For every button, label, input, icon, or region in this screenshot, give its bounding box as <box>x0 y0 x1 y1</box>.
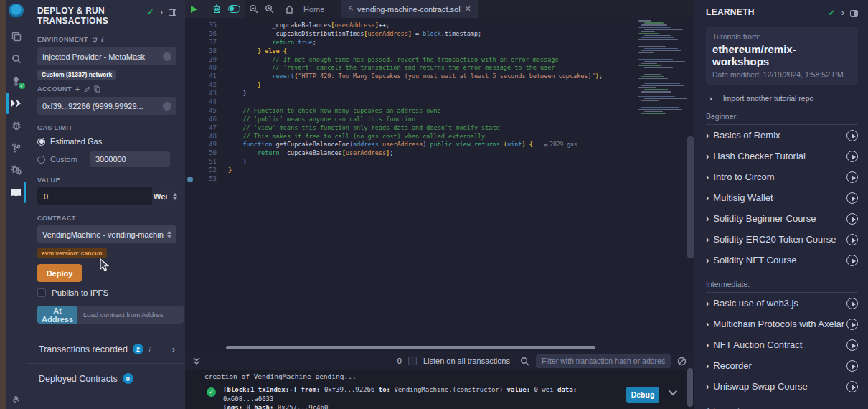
gutter-breakpoint-slot[interactable] <box>185 22 194 30</box>
gutter-breakpoint-slot[interactable] <box>185 149 194 158</box>
play-tutorial-button[interactable] <box>846 171 858 183</box>
tutorial-item[interactable]: ›Uniswap Swap Course <box>706 376 858 397</box>
editor-tab[interactable]: S vending-machine-contract.sol ✕ <box>341 0 478 18</box>
terminal-search-icon[interactable] <box>520 357 529 366</box>
sidebar-item-plugin-connector[interactable] <box>6 392 26 403</box>
terminal-scrollbar[interactable] <box>687 368 693 407</box>
gutter-breakpoint-slot[interactable] <box>185 116 194 124</box>
deploy-button[interactable]: Deploy <box>37 264 82 282</box>
transactions-expand-icon[interactable]: › <box>172 344 175 354</box>
gutter-breakpoint-slot[interactable] <box>185 56 194 65</box>
value-unit-select[interactable]: Wei <box>154 187 177 205</box>
gutter-breakpoint-slot[interactable] <box>185 133 194 141</box>
tutorial-item[interactable]: ›Solidity ERC20 Token Course <box>706 229 858 250</box>
sidebar-item-deploy-and-run[interactable] <box>6 98 26 109</box>
home-icon[interactable] <box>285 5 294 14</box>
edit-icon[interactable] <box>84 86 90 93</box>
play-tutorial-button[interactable] <box>846 319 858 330</box>
home-tab-label[interactable]: Home <box>303 5 324 14</box>
code-editor[interactable]: 35 _cupcakeBalances[userAddress]++;36 _c… <box>185 18 694 352</box>
sidebar-item-file-explorer[interactable] <box>6 31 26 42</box>
copy-icon[interactable] <box>94 85 100 93</box>
breakpoint-dot[interactable] <box>187 177 193 182</box>
run-script-icon[interactable] <box>189 5 198 14</box>
tutorial-item[interactable]: ›Intro to Circom <box>706 166 858 187</box>
panel-pin-icon[interactable] <box>169 9 176 16</box>
gutter-breakpoint-slot[interactable] <box>185 39 194 47</box>
unit-spinner-icon[interactable] <box>173 193 177 200</box>
clear-console-icon[interactable] <box>677 357 687 366</box>
play-tutorial-button[interactable] <box>846 192 858 204</box>
editor-horizontal-scrollbar[interactable] <box>226 346 595 349</box>
plug-mini-icon[interactable] <box>92 37 98 43</box>
estimated-gas-option[interactable]: Estimated Gas <box>37 137 176 146</box>
tutorial-item[interactable]: ›Basics of Remix <box>706 125 858 146</box>
sidebar-item-search[interactable] <box>6 53 26 65</box>
environment-settings-icon[interactable] <box>163 52 171 61</box>
gutter-breakpoint-slot[interactable] <box>185 107 194 116</box>
gutter-breakpoint-slot[interactable] <box>185 141 194 149</box>
remix-logo-icon[interactable] <box>7 2 25 20</box>
sidebar-item-solidity-compiler[interactable]: ✓ <box>6 75 26 87</box>
gutter-breakpoint-slot[interactable] <box>185 72 194 81</box>
custom-gas-input[interactable] <box>90 151 170 167</box>
tutorial-item[interactable]: ›Multisig Wallet <box>706 187 858 208</box>
gutter-breakpoint-slot[interactable] <box>185 47 194 56</box>
account-select[interactable]: 0xf39...92266 (9999.99929... <box>37 97 176 115</box>
custom-gas-radio[interactable] <box>37 156 45 164</box>
transactions-recorded-row[interactable]: Transactions recorded 2 i › <box>37 334 176 354</box>
contract-select[interactable]: VendingMachine - vending-machin <box>37 225 176 243</box>
copilot-toggle[interactable] <box>228 5 240 13</box>
listen-all-checkbox[interactable] <box>408 357 417 365</box>
estimated-gas-radio[interactable] <box>37 138 45 146</box>
sidebar-item-debugger[interactable] <box>6 120 26 131</box>
environment-select[interactable]: Injected Provider - MetaMask <box>37 47 176 65</box>
zoom-out-icon[interactable] <box>249 4 258 14</box>
tutorial-item[interactable]: ›Basic use of web3.js <box>706 293 858 314</box>
learneth-pin-icon[interactable] <box>850 10 858 17</box>
gutter-breakpoint-slot[interactable] <box>185 90 194 98</box>
debug-button[interactable]: Debug <box>626 387 659 403</box>
deployed-contracts-row[interactable]: Deployed Contracts 0 <box>37 364 176 384</box>
publish-ipfs-option[interactable]: Publish to IPFS <box>37 288 176 297</box>
add-account-icon[interactable]: + <box>75 85 80 93</box>
panel-collapse-icon[interactable]: › <box>160 9 163 16</box>
gutter-breakpoint-slot[interactable] <box>185 64 194 72</box>
transaction-log-row[interactable]: ✓ [block:1 txIndex:-] from: 0xf39...9226… <box>204 385 694 409</box>
custom-gas-option[interactable]: Custom <box>37 151 176 167</box>
tutorial-item[interactable]: ›NFT Auction Contract <box>706 334 858 355</box>
gutter-breakpoint-slot[interactable] <box>185 175 194 184</box>
editor-vertical-scrollbar[interactable] <box>687 136 694 258</box>
transactions-info-icon[interactable]: i <box>148 345 151 354</box>
at-address-button[interactable]: At Address <box>37 306 77 324</box>
play-tutorial-button[interactable] <box>846 339 858 351</box>
tutorial-item[interactable]: ›Solidity Beginner Course <box>706 208 858 229</box>
gutter-breakpoint-slot[interactable] <box>185 166 194 175</box>
learneth-collapse-icon[interactable]: › <box>841 9 844 17</box>
sidebar-item-learneth-plugin[interactable] <box>6 187 26 198</box>
tutorial-item[interactable]: ›Solidity NFT Course <box>706 250 858 271</box>
expand-tx-icon[interactable] <box>668 390 678 396</box>
transaction-filter-input[interactable] <box>536 354 671 368</box>
environment-info-icon[interactable]: i <box>101 35 103 44</box>
tutorial-item[interactable]: ›Hash Checker Tutorial <box>706 146 858 166</box>
publish-ipfs-checkbox[interactable] <box>37 288 46 297</box>
play-tutorial-button[interactable] <box>846 381 858 392</box>
gutter-breakpoint-slot[interactable] <box>185 158 194 166</box>
gutter-breakpoint-slot[interactable] <box>185 98 194 107</box>
sidebar-item-git[interactable] <box>6 142 26 154</box>
editor-minimap[interactable] <box>638 20 686 116</box>
play-tutorial-button[interactable] <box>846 255 858 266</box>
sidebar-item-settings[interactable] <box>6 164 26 176</box>
ai-assistant-icon[interactable] <box>212 4 222 14</box>
code-lines[interactable]: 35 _cupcakeBalances[userAddress]++;36 _c… <box>185 18 694 352</box>
play-tutorial-button[interactable] <box>846 213 858 225</box>
gutter-breakpoint-slot[interactable] <box>185 124 194 133</box>
account-settings-icon[interactable] <box>163 102 171 111</box>
import-tutorial-row[interactable]: › Import another tutorial repo <box>706 94 858 103</box>
play-tutorial-button[interactable] <box>846 234 858 245</box>
tutorial-item[interactable]: ›Recorder <box>706 355 858 376</box>
at-address-input[interactable] <box>77 306 184 324</box>
value-input[interactable] <box>37 187 152 205</box>
gutter-breakpoint-slot[interactable] <box>185 30 194 39</box>
